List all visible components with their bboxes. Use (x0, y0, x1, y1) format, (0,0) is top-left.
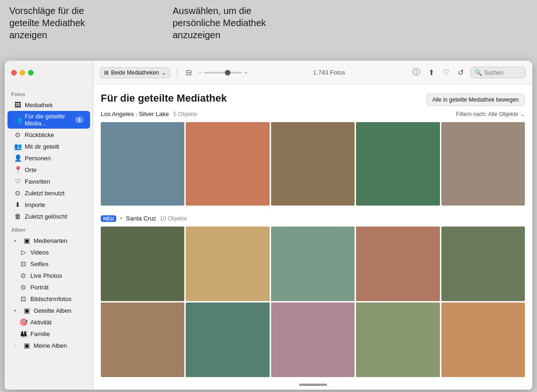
annotation-left-text: Vorschläge für diegeteilte Mediathekanze… (9, 6, 85, 40)
section-header: Für die geteilte Mediathek Alle in getei… (101, 92, 525, 106)
annotation-left: Vorschläge für diegeteilte Mediathekanze… (9, 5, 117, 56)
mit-dir-geteilt-icon: 👥 (14, 143, 21, 150)
sidebar-item-bildschirmfotos[interactable]: ⊡ Bildschirmfotos (7, 293, 90, 304)
photo-cell[interactable] (356, 303, 439, 377)
sidebar-item-favoriten[interactable]: ♡ Favoriten (7, 176, 90, 187)
annotation-right-text: Auswählen, um diepersönliche Mediathekan… (173, 6, 266, 40)
photo-cell[interactable] (271, 303, 355, 377)
photo-grid-1 (101, 122, 525, 206)
photo-cell[interactable] (356, 122, 439, 206)
photo-cell[interactable] (101, 122, 184, 206)
orte-icon: 📍 (14, 166, 21, 173)
mediathek-label: Mediathek (25, 102, 84, 109)
neu-location: Santa Cruz (126, 215, 156, 222)
photo-cell[interactable] (101, 227, 184, 301)
sidebar-item-aktivitaet[interactable]: 🎯 Aktivität (7, 316, 90, 328)
photo-cell[interactable] (186, 303, 269, 377)
filter-chevron: ⌄ (520, 111, 525, 117)
geteilte-alben-label: Geteilte Alben (34, 307, 84, 314)
rueckblicke-label: Rückblicke (25, 131, 84, 138)
sidebar-item-videos[interactable]: ▷ Videos (7, 247, 90, 258)
move-to-shared-button[interactable]: Alle in geteilte Mediathek bewegen (426, 94, 525, 106)
sidebar-item-orte[interactable]: 📍 Orte (7, 164, 90, 175)
personen-icon: 👤 (14, 154, 21, 162)
sidebar-item-mit-dir-geteilt[interactable]: 👥 Mit dir geteilt (7, 141, 90, 152)
scrollbar-area (93, 386, 532, 390)
bullet-separator: • (120, 215, 122, 222)
meine-alben-label: Meine Alben (34, 342, 84, 349)
importe-label: Importe (25, 201, 84, 208)
scrollbar-thumb[interactable] (299, 384, 327, 386)
main-content: ⊞ Beide Mediatheken ⌄ ⊟ − + 1.743 Fotos … (93, 61, 532, 390)
aktivitaet-label: Aktivität (30, 319, 84, 326)
location-info-1: Los Angeles · Silver Lake 5 Objekte (101, 110, 197, 117)
neu-count: 10 Objekte (160, 215, 187, 222)
portraet-icon: ⊙ (20, 283, 27, 291)
photo-cell[interactable] (186, 122, 269, 206)
sidebar-item-zuletzt-geloescht[interactable]: 🗑 Zuletzt gelöscht (7, 211, 90, 222)
photo-cell[interactable] (356, 227, 439, 301)
familie-label: Familie (30, 330, 84, 337)
sidebar-item-geteilte-mediathek[interactable]: 👥 Für die geteilte Media... 1 (7, 111, 90, 129)
library-selector-label: Beide Mediatheken (111, 69, 159, 76)
bildschirmfotos-icon: ⊡ (20, 295, 27, 303)
photo-cell[interactable] (186, 227, 269, 301)
sidebar-item-importe[interactable]: ⬇ Importe (7, 199, 90, 210)
share-button[interactable]: ⬆ (426, 67, 436, 78)
geteilte-alben-disclosure: ▾ (14, 308, 20, 313)
zuletzt-benutzt-icon: ⊙ (14, 189, 21, 197)
zoom-control: − + (198, 69, 248, 76)
filter-control[interactable]: Filtern nach: Alle Objekte ⌄ (456, 111, 525, 117)
sidebar-item-portraet[interactable]: ⊙ Porträt (7, 282, 90, 293)
content-area: Für die geteilte Mediathek Alle in getei… (93, 85, 532, 386)
filter-label: Filtern nach: Alle Objekte (456, 111, 518, 117)
sidebar-item-mediathek[interactable]: 🖼 Mediathek (7, 99, 90, 110)
sidebar-item-meine-alben[interactable]: › ▣ Meine Alben (7, 340, 90, 351)
sidebar-item-personen[interactable]: 👤 Personen (7, 152, 90, 164)
search-field[interactable]: 🔍 (470, 67, 526, 78)
close-button[interactable] (11, 70, 17, 76)
photo-grid-2-row2 (101, 303, 525, 377)
sidebar: Fotos 🖼 Mediathek 👥 Für die geteilte Med… (5, 61, 93, 390)
photo-grid-2-row1 (101, 227, 525, 301)
selfies-icon: ⊡ (20, 260, 27, 268)
rueckblicke-icon: ⊙ (14, 131, 21, 138)
sidebar-item-selfies[interactable]: ⊡ Selfies (7, 258, 90, 269)
annotation-right: Auswählen, um diepersönliche Mediathekan… (117, 5, 528, 56)
sidebar-item-familie[interactable]: 👪 Familie (7, 328, 90, 339)
photo-cell[interactable] (271, 122, 355, 206)
main-window: Fotos 🖼 Mediathek 👥 Für die geteilte Med… (5, 61, 532, 390)
photo-cell[interactable] (101, 303, 184, 377)
toolbar-separator-1 (177, 68, 177, 77)
location-row-1: Los Angeles · Silver Lake 5 Objekte Filt… (101, 110, 525, 117)
rotate-button[interactable]: ↺ (456, 67, 466, 78)
photo-cell[interactable] (441, 303, 525, 377)
medienarten-disclosure: ▾ (14, 238, 20, 243)
portraet-label: Porträt (30, 284, 84, 291)
sidebar-item-rueckblicke[interactable]: ⊙ Rückblicke (7, 129, 90, 140)
sidebar-item-live-photos[interactable]: ⊙ Live Photos (7, 270, 90, 281)
photo-cell[interactable] (441, 227, 525, 301)
zoom-slider[interactable] (204, 72, 242, 74)
minimize-button[interactable] (20, 70, 25, 76)
zoom-minus[interactable]: − (198, 69, 202, 76)
search-input[interactable] (484, 69, 522, 76)
sidebar-item-zuletzt-benutzt[interactable]: ⊙ Zuletzt benutzt (7, 187, 90, 199)
sidebar-item-geteilte-alben[interactable]: ▾ ▣ Geteilte Alben (7, 305, 90, 316)
favorite-button[interactable]: ♡ (441, 67, 451, 78)
zoom-plus[interactable]: + (244, 69, 248, 76)
live-photos-icon: ⊙ (20, 272, 27, 279)
bildschirmfotos-label: Bildschirmfotos (30, 296, 84, 303)
fullscreen-button[interactable] (28, 70, 34, 76)
sidebar-item-medienarten[interactable]: ▾ ▣ Medienarten (7, 235, 90, 246)
info-button[interactable]: ⓘ (411, 67, 422, 78)
annotation-area: Vorschläge für diegeteilte Mediathekanze… (0, 0, 537, 61)
photo-cell[interactable] (441, 122, 525, 206)
section-alben-label: Alben (5, 222, 93, 234)
library-selector[interactable]: ⊞ Beide Mediatheken ⌄ (100, 67, 170, 78)
photo-cell[interactable] (271, 227, 355, 301)
meine-alben-icon: ▣ (23, 342, 30, 349)
meine-alben-disclosure: › (14, 343, 20, 348)
personen-label: Personen (25, 155, 84, 162)
slideshow-button[interactable]: ⊟ (184, 67, 194, 78)
